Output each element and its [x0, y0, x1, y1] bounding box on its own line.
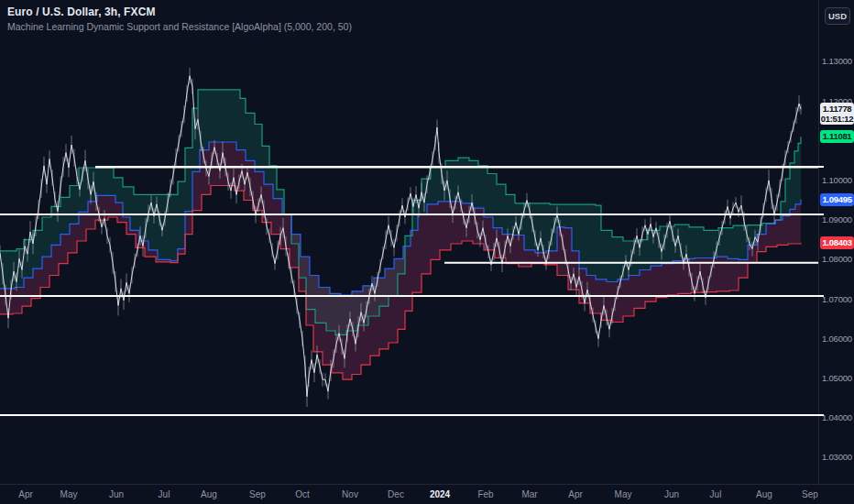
time-axis-month-label: Mar — [521, 489, 537, 499]
time-axis[interactable]: AprMayJunJulAugSepOctNovDec2024FebMarApr… — [0, 484, 854, 504]
time-axis-month-label: Sep — [802, 489, 818, 499]
time-axis-month-label: Dec — [388, 489, 404, 499]
time-axis-month-label: Apr — [18, 489, 33, 499]
price-axis-label: 1.09000 — [822, 214, 852, 225]
ray-axis-tick — [813, 414, 824, 416]
price-axis-label: 1.10000 — [822, 175, 852, 185]
price-axis-label: 1.07000 — [822, 294, 852, 304]
last-price-badge: 1.1177801:51:12 — [820, 103, 854, 125]
time-axis-month-label: May — [60, 489, 78, 499]
symbol-title[interactable]: Euro / U.S. Dollar, 3h, FXCM — [7, 5, 352, 18]
time-axis-month-label: Apr — [568, 489, 583, 499]
lower-band-price-badge: 1.08403 — [820, 236, 854, 249]
time-axis-month-label: Aug — [756, 489, 772, 499]
chart-pane[interactable] — [0, 0, 818, 484]
price-chart-svg[interactable] — [0, 0, 818, 484]
chart-root: Euro / U.S. Dollar, 3h, FXCM Machine Lea… — [0, 0, 854, 504]
time-axis-month-label: May — [615, 489, 632, 499]
time-axis-year-label: 2024 — [430, 489, 450, 499]
price-axis-label: 1.13000 — [822, 56, 852, 66]
bar-countdown: 01:51:12 — [820, 114, 854, 124]
time-axis-month-label: Jun — [664, 489, 679, 499]
time-axis-month-label: Oct — [295, 489, 310, 499]
price-axis-label: 1.05000 — [822, 373, 852, 383]
chart-header: Euro / U.S. Dollar, 3h, FXCM Machine Lea… — [7, 5, 352, 32]
ray-axis-tick — [813, 214, 824, 215]
time-axis-month-label: Feb — [477, 489, 493, 499]
last-price-value: 1.11778 — [820, 104, 854, 114]
price-axis-label: 1.03000 — [822, 452, 852, 462]
indicator-title[interactable]: Machine Learning Dynamic Support and Res… — [7, 21, 352, 32]
price-axis-label: 1.08000 — [822, 254, 852, 264]
time-axis-month-label: Aug — [201, 489, 217, 499]
price-axis-label: 1.06000 — [822, 334, 852, 344]
price-axis-label: 1.04000 — [822, 412, 852, 422]
upper-band-price-badge: 1.11081 — [820, 130, 854, 143]
currency-toggle-button[interactable]: USD — [825, 7, 850, 25]
time-axis-month-label: Jun — [109, 489, 124, 499]
time-axis-month-label: Nov — [342, 489, 358, 499]
mid-band-price-badge: 1.09495 — [820, 193, 854, 206]
ray-axis-tick — [813, 166, 824, 168]
time-axis-month-label: Jul — [159, 489, 170, 499]
ray-axis-tick — [813, 295, 824, 297]
time-axis-month-label: Jul — [710, 489, 722, 499]
time-axis-month-label: Sep — [249, 489, 266, 499]
price-axis[interactable]: 1.130001.120001.100001.090001.080001.070… — [818, 0, 854, 484]
